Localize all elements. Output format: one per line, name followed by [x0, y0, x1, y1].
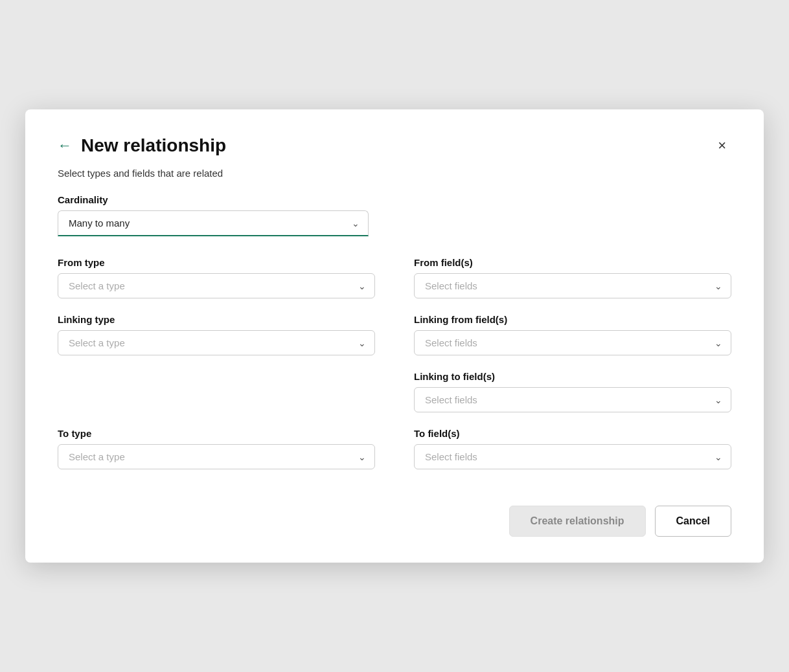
to-fields-select[interactable]: Select fields: [414, 444, 731, 469]
linking-type-select[interactable]: Select a type: [58, 330, 375, 355]
linking-from-fields-select[interactable]: Select fields: [414, 330, 731, 355]
from-fields-select-wrapper: Select fields ⌄: [414, 273, 731, 298]
linking-type-select-wrapper: Select a type ⌄: [58, 330, 375, 355]
to-fields-group: To field(s) Select fields ⌄: [414, 428, 731, 469]
dialog-title: New relationship: [81, 135, 226, 156]
spacer-left: [58, 371, 375, 412]
cardinality-select[interactable]: One to one One to many Many to one Many …: [58, 210, 369, 236]
linking-from-fields-label: Linking from field(s): [414, 314, 731, 325]
linking-type-group: Linking type Select a type ⌄: [58, 314, 375, 355]
from-type-group: From type Select a type ⌄: [58, 257, 375, 298]
new-relationship-dialog: ← New relationship × Select types and fi…: [25, 109, 764, 563]
title-row: ← New relationship: [58, 135, 226, 156]
from-fields-label: From field(s): [414, 257, 731, 268]
linking-to-fields-label: Linking to field(s): [414, 371, 731, 382]
linking-from-fields-group: Linking from field(s) Select fields ⌄: [414, 314, 731, 355]
cardinality-label: Cardinality: [58, 194, 731, 205]
linking-to-fields-select-wrapper: Select fields ⌄: [414, 387, 731, 412]
cardinality-select-wrapper: One to one One to many Many to one Many …: [58, 210, 369, 236]
cardinality-section: Cardinality One to one One to many Many …: [58, 194, 731, 236]
linking-type-label: Linking type: [58, 314, 375, 325]
create-relationship-button[interactable]: Create relationship: [509, 506, 646, 537]
to-fields-select-wrapper: Select fields ⌄: [414, 444, 731, 469]
to-type-label: To type: [58, 428, 375, 439]
from-fields-select[interactable]: Select fields: [414, 273, 731, 298]
from-type-select[interactable]: Select a type: [58, 273, 375, 298]
back-icon[interactable]: ←: [58, 139, 72, 153]
from-fields-group: From field(s) Select fields ⌄: [414, 257, 731, 298]
from-type-label: From type: [58, 257, 375, 268]
to-type-select[interactable]: Select a type: [58, 444, 375, 469]
from-type-select-wrapper: Select a type ⌄: [58, 273, 375, 298]
to-type-group: To type Select a type ⌄: [58, 428, 375, 469]
dialog-header: ← New relationship ×: [58, 135, 731, 156]
linking-from-fields-select-wrapper: Select fields ⌄: [414, 330, 731, 355]
cancel-button[interactable]: Cancel: [655, 506, 731, 537]
to-type-select-wrapper: Select a type ⌄: [58, 444, 375, 469]
fields-grid: From type Select a type ⌄ From field(s) …: [58, 257, 731, 485]
linking-to-fields-group: Linking to field(s) Select fields ⌄: [414, 371, 731, 412]
actions-row: Create relationship Cancel: [58, 506, 731, 537]
linking-to-fields-select[interactable]: Select fields: [414, 387, 731, 412]
dialog-subtitle: Select types and fields that are related: [58, 168, 731, 179]
close-button[interactable]: ×: [713, 136, 731, 155]
to-fields-label: To field(s): [414, 428, 731, 439]
